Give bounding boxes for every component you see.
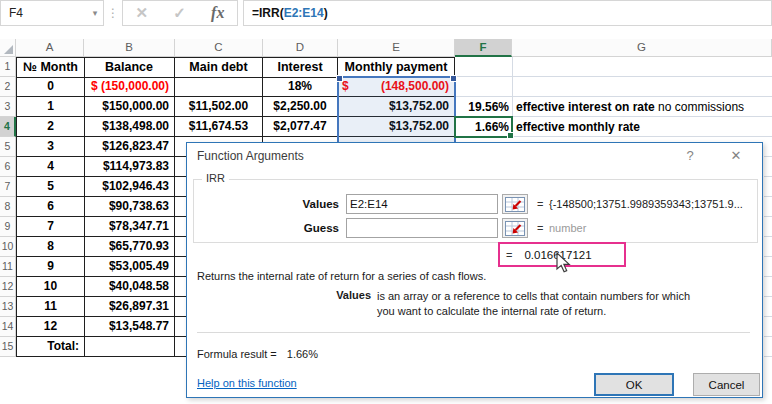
table-cell[interactable]: 18% <box>263 77 338 97</box>
guess-argument-row: Guess = number <box>187 218 762 238</box>
row-header-5[interactable]: 5 <box>0 137 16 157</box>
argument-help: Values is an array or a reference to cel… <box>197 289 705 319</box>
cell-f4-active[interactable]: 1.66% <box>455 117 509 137</box>
table-cell[interactable]: $114,973.83 <box>84 157 175 177</box>
result-value: 0.016617121 <box>524 249 591 261</box>
function-name-label: IRR <box>202 172 229 184</box>
table-cell[interactable]: $2,250.00 <box>263 97 338 117</box>
table-cell[interactable]: $138,498.00 <box>84 117 175 137</box>
guess-equals-sign: = <box>537 218 543 238</box>
table-cell[interactable]: 11 <box>16 297 85 317</box>
table-cell[interactable]: $26,897.31 <box>84 297 175 317</box>
table-cell[interactable]: 3 <box>16 137 85 157</box>
table-cell[interactable]: 4 <box>16 157 85 177</box>
column-header-c[interactable]: C <box>175 39 263 57</box>
table-cell[interactable]: $2,077.47 <box>263 117 338 137</box>
cancel-button[interactable]: Cancel <box>693 373 760 396</box>
table-cell[interactable]: 2 <box>16 117 85 137</box>
table-cell[interactable]: $102,946.43 <box>84 177 175 197</box>
table-header-cell[interactable]: Main debt <box>175 57 263 78</box>
row-header-11[interactable]: 11 <box>0 257 16 277</box>
row-header-14[interactable]: 14 <box>0 317 16 337</box>
row-header-2[interactable]: 2 <box>0 77 16 97</box>
table-cell[interactable]: $(148,500.00) <box>338 77 455 97</box>
cell-g4[interactable]: effective monthly rate <box>516 117 772 137</box>
cell-f3[interactable]: 19.56% <box>455 97 509 117</box>
table-cell[interactable]: 9 <box>16 257 85 277</box>
row-header-8[interactable]: 8 <box>0 197 16 217</box>
table-cell[interactable]: $13,752.00 <box>338 117 455 137</box>
column-header-g[interactable]: G <box>512 39 772 57</box>
table-cell[interactable]: $78,347.71 <box>84 217 175 237</box>
guess-label: Guess <box>197 218 339 238</box>
row-header-7[interactable]: 7 <box>0 177 16 197</box>
table-cell[interactable]: 12 <box>16 317 85 337</box>
table-cell[interactable]: $13,548.77 <box>84 317 175 337</box>
cell-g3[interactable]: effective interest on rate no commission… <box>516 97 772 117</box>
values-argument-row: Values = {-148500;13751.9989359343;13751… <box>187 194 762 214</box>
table-cell[interactable]: $126,823.47 <box>84 137 175 157</box>
column-header-e[interactable]: E <box>338 39 455 57</box>
table-cell[interactable]: $ (150,000.00) <box>84 77 175 97</box>
table-cell[interactable]: $11,502.00 <box>175 97 263 117</box>
cell-amount: (148,500.00) <box>381 77 449 96</box>
values-equals-sign: = <box>537 194 543 214</box>
table-cell[interactable]: 1 <box>16 97 85 117</box>
dialog-title: Function Arguments <box>197 149 304 163</box>
guess-input[interactable] <box>346 218 498 238</box>
row-header-13[interactable]: 13 <box>0 297 16 317</box>
row-header-1[interactable]: 1 <box>0 57 16 77</box>
table-header-cell[interactable]: Balance <box>84 57 175 78</box>
formula-result-value: 1.66% <box>287 348 318 360</box>
currency-symbol: $ <box>342 77 349 96</box>
table-header-cell[interactable]: Interest <box>263 57 338 78</box>
row-header-10[interactable]: 10 <box>0 237 16 257</box>
gridline-fg-boundary <box>512 57 513 137</box>
formula-result-label: Formula result = <box>197 348 277 360</box>
help-on-function-link[interactable]: Help on this function <box>197 377 297 389</box>
table-cell[interactable]: $90,738.63 <box>84 197 175 217</box>
help-icon[interactable]: ? <box>679 147 701 165</box>
table-cell[interactable] <box>84 337 175 357</box>
row-header-3[interactable]: 3 <box>0 97 16 117</box>
row-header-4[interactable]: 4 <box>0 117 16 137</box>
table-cell[interactable]: $11,674.53 <box>175 117 263 137</box>
column-header-d[interactable]: D <box>263 39 338 57</box>
table-cell[interactable]: $53,005.49 <box>84 257 175 277</box>
guess-range-selector-button[interactable] <box>502 218 528 238</box>
function-arguments-dialog: Function Arguments ? ✕ IRR Values = <box>186 142 763 398</box>
values-evaluated-array: {-148500;13751.9989359343;13751.9... <box>549 194 743 214</box>
row-header-9[interactable]: 9 <box>0 217 16 237</box>
table-cell[interactable]: $150,000.00 <box>84 97 175 117</box>
table-cell[interactable]: Total: <box>16 337 85 357</box>
column-header-f[interactable]: F <box>455 39 512 57</box>
table-cell[interactable]: $13,752.00 <box>338 97 455 117</box>
table-cell[interactable]: 8 <box>16 237 85 257</box>
column-header-a[interactable]: A <box>16 39 84 57</box>
range-selector-icon <box>505 197 525 212</box>
table-cell[interactable]: $65,770.93 <box>84 237 175 257</box>
table-header-cell[interactable]: Monthly payment <box>338 57 455 78</box>
cell-g3-normal-text: no commissions <box>658 100 744 114</box>
table-cell[interactable] <box>175 77 263 97</box>
excel-window: F4 ▾ ⋮ ✕ ✓ fx =IRR(E2:E14) ABCDEFG123456… <box>0 0 772 404</box>
table-cell[interactable]: 0 <box>16 77 85 97</box>
function-description: Returns the internal rate of return for … <box>197 270 486 282</box>
table-cell[interactable]: 10 <box>16 277 85 297</box>
values-input[interactable] <box>346 194 498 214</box>
table-cell[interactable]: $40,048.58 <box>84 277 175 297</box>
ok-button[interactable]: OK <box>594 373 674 396</box>
close-icon[interactable]: ✕ <box>725 147 747 165</box>
intermediate-result-box: = 0.016617121 <box>498 242 626 267</box>
values-range-selector-button[interactable] <box>502 194 528 214</box>
table-cell[interactable]: 6 <box>16 197 85 217</box>
row-header-6[interactable]: 6 <box>0 157 16 177</box>
table-cell[interactable]: 7 <box>16 217 85 237</box>
range-selector-icon <box>505 221 525 236</box>
row-header-12[interactable]: 12 <box>0 277 16 297</box>
column-header-b[interactable]: B <box>84 39 175 57</box>
row-header-15[interactable]: 15 <box>0 337 16 357</box>
table-cell[interactable]: 5 <box>16 177 85 197</box>
table-header-cell[interactable]: № Month <box>16 57 85 78</box>
values-label: Values <box>197 194 339 214</box>
